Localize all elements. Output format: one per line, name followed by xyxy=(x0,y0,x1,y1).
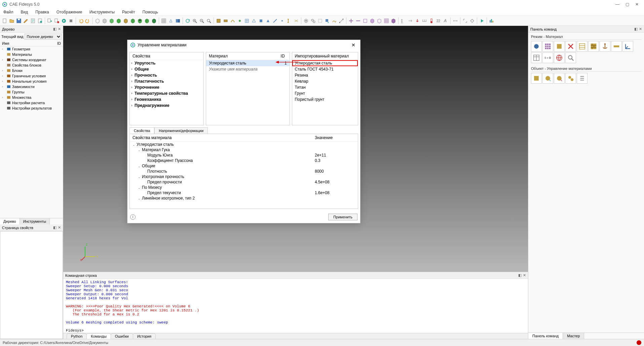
property-category[interactable]: Геомеханика xyxy=(130,96,203,102)
property-category[interactable]: Общие xyxy=(130,66,203,72)
dialog-close-button[interactable]: ✕ xyxy=(349,42,357,48)
tree-header-value: Значение xyxy=(315,135,355,140)
tree-header-name: Свойства материала xyxy=(132,135,172,140)
material-row[interactable]: Углеродистая сталь 1 xyxy=(206,60,289,66)
imported-material-item[interactable]: Резина xyxy=(292,72,358,78)
property-category[interactable]: Упрочнение xyxy=(130,84,203,90)
materials-dialog: Управление материалами ✕ Свойства Упруго… xyxy=(127,40,361,223)
property-category[interactable]: Преднагружение xyxy=(130,102,203,109)
dialog-logo-icon xyxy=(130,42,136,48)
imported-material-item[interactable]: Титан xyxy=(292,84,358,90)
dlg-tab-properties[interactable]: Свойства xyxy=(129,127,154,134)
properties-list: Свойства УпругостьОбщиеПрочностьПластичн… xyxy=(129,52,204,125)
property-tree-row[interactable]: ⌄Общие xyxy=(130,163,358,169)
imported-header: Импортированный материал xyxy=(292,52,358,60)
material-property-tree[interactable]: Свойства материала Значение ⌄Углеродиста… xyxy=(129,134,358,209)
dlg-tab-stress[interactable]: Напряжения/деформации xyxy=(154,127,208,134)
material-placeholder-row[interactable]: Укажите имя материала xyxy=(206,66,289,72)
property-category[interactable]: Пластичность xyxy=(130,78,203,84)
material-id-header: ID xyxy=(281,54,287,58)
apply-button[interactable]: Применить xyxy=(328,214,357,220)
svg-point-78 xyxy=(132,44,134,46)
property-tree-row[interactable]: Модуль Юнга2e+11 xyxy=(130,153,358,158)
property-tree-row[interactable]: ⌄Изотропная прочность xyxy=(130,174,358,179)
property-tree-row[interactable]: Коэффициент Пуассона0.3 xyxy=(130,158,358,163)
imported-material-item[interactable]: Кевлар xyxy=(292,78,358,84)
property-tree-row[interactable]: ⌄Линейное изотропное, тип 2 xyxy=(130,196,358,201)
properties-header: Свойства xyxy=(130,52,203,60)
imported-material-item[interactable]: Грунт xyxy=(292,90,358,96)
property-category[interactable]: Температурные свойства xyxy=(130,90,203,96)
imported-material-list: Импортированный материал Углеродистая ст… xyxy=(292,52,358,125)
property-category[interactable]: Упругость xyxy=(130,60,203,66)
property-tree-row[interactable]: ⌄По Мизесу xyxy=(130,185,358,190)
property-tree-row[interactable]: Предел прочности4.5e+08 xyxy=(130,179,358,185)
property-tree-row[interactable]: ⌄Углеродистая сталь xyxy=(130,142,358,147)
property-tree-row[interactable]: ⌄Материал Гука xyxy=(130,147,358,153)
info-icon[interactable]: i xyxy=(130,214,136,220)
imported-material-item[interactable]: Сталь ГОСТ 4543-71 xyxy=(292,66,358,72)
property-category[interactable]: Прочность xyxy=(130,72,203,78)
imported-material-item[interactable]: Пористый грунт xyxy=(292,96,358,102)
imported-material-item[interactable]: Углеродистая сталь xyxy=(292,60,358,66)
property-tree-row[interactable]: Предел текучести1.6e+08 xyxy=(130,190,358,196)
material-list: Материал ID Углеродистая сталь 1 Укажите… xyxy=(206,52,290,125)
material-header: Материал xyxy=(209,54,228,58)
dialog-title-text: Управление материалами xyxy=(138,43,186,47)
property-tree-row[interactable]: Плотность8000 xyxy=(130,169,358,174)
